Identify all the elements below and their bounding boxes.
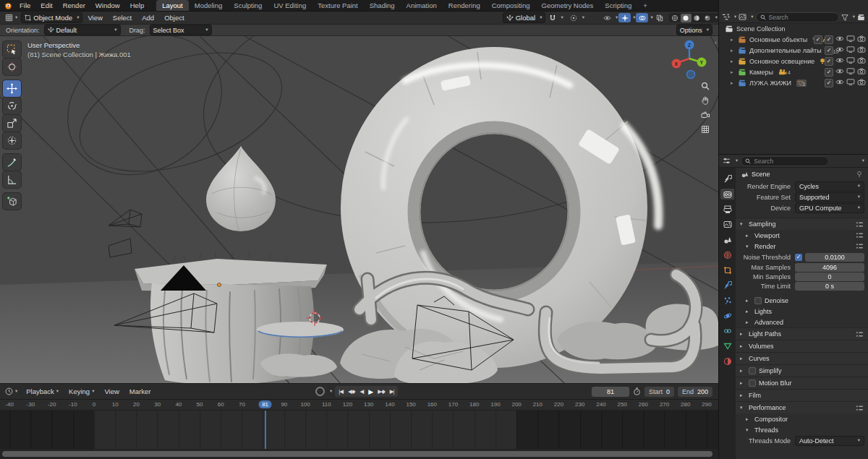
panel-performance[interactable]: ▾Performance (736, 401, 868, 413)
expand-arrow-icon[interactable]: ▸ (731, 48, 738, 53)
ruler-tick[interactable]: 30 (154, 401, 161, 408)
time-limit-field[interactable]: 0 s (795, 282, 864, 291)
jump-to-end-button[interactable]: ▶| (388, 388, 396, 395)
ruler-tick[interactable]: 100 (300, 401, 310, 408)
ruler-tick[interactable]: 50 (197, 401, 203, 408)
menu-render[interactable]: Render (58, 0, 90, 11)
tab-modifiers[interactable] (720, 280, 734, 291)
motion-blur-checkbox[interactable] (749, 379, 756, 387)
ruler-tick[interactable]: -10 (69, 401, 77, 408)
panel-compositor[interactable]: ▸Compositor (736, 413, 868, 424)
outliner-type-chevron[interactable]: ▾ (734, 14, 736, 20)
play-button[interactable]: ▶ (366, 388, 375, 395)
display-mode-chevron[interactable]: ▾ (751, 14, 753, 20)
ruler-tick[interactable]: 140 (385, 401, 394, 408)
tool-rotate[interactable] (3, 98, 21, 114)
properties-type-chevron[interactable]: ▾ (736, 158, 738, 163)
blender-logo-icon[interactable] (4, 1, 12, 9)
panel-volumes[interactable]: ▸Volumes (736, 340, 868, 352)
show-overlays-toggle[interactable] (636, 13, 648, 22)
snap-toggle[interactable] (546, 13, 558, 22)
exclude-checkbox[interactable]: ✓ (814, 35, 822, 44)
ruler-tick[interactable]: 20 (133, 401, 140, 408)
shading-wireframe-button[interactable] (670, 14, 681, 22)
min-samples-field[interactable]: 0 (795, 273, 864, 281)
ruler-tick[interactable]: 130 (364, 401, 373, 408)
preset-icon[interactable] (856, 232, 864, 239)
shading-solid-button[interactable] (681, 14, 692, 22)
playhead[interactable] (265, 411, 266, 449)
tool-measure[interactable] (3, 171, 21, 188)
preset-icon[interactable] (856, 243, 864, 249)
hide-eye-icon[interactable] (835, 57, 844, 65)
menu-marker[interactable]: Marker (124, 387, 156, 395)
viewport-disable-icon[interactable] (846, 68, 855, 76)
timeline-track[interactable] (0, 411, 718, 449)
tab-modeling[interactable]: Modeling (189, 0, 229, 11)
selectable-checkbox[interactable]: ✓ (825, 46, 833, 55)
ruler-tick[interactable]: 40 (175, 401, 182, 408)
filter-chevron[interactable]: ▾ (853, 14, 855, 20)
options-button[interactable]: Options ▾ (676, 25, 712, 35)
tab-constraints[interactable] (720, 325, 734, 336)
menu-edit[interactable]: Edit (35, 0, 57, 11)
ruler-tick[interactable]: 220 (554, 401, 563, 408)
panel-sampling[interactable]: ▾Sampling (736, 218, 868, 230)
tab-world[interactable] (720, 249, 734, 260)
menu-add[interactable]: Add (137, 14, 159, 22)
preset-icon[interactable] (856, 221, 864, 228)
auto-keying-chevron[interactable]: ▾ (330, 389, 332, 394)
ruler-tick[interactable]: 150 (406, 401, 415, 408)
menu-view-timeline[interactable]: View (99, 387, 124, 395)
hide-eye-icon[interactable] (835, 35, 844, 43)
outliner-row-scene-collection[interactable]: Scene Collection (719, 23, 868, 34)
timeline-editor-type-button[interactable]: ▾ (2, 387, 20, 396)
viewport-disable-icon[interactable] (846, 46, 855, 54)
ruler-tick[interactable]: 280 (681, 401, 690, 408)
panel-threads[interactable]: ▾Threads (736, 424, 868, 435)
show-gizmo-toggle[interactable] (618, 13, 631, 22)
ruler-tick[interactable]: 90 (281, 401, 287, 408)
tab-scene[interactable] (720, 234, 734, 245)
ruler-tick[interactable]: -20 (48, 401, 56, 408)
transform-orientation-dropdown[interactable]: Global ▾ (503, 12, 546, 23)
pin-icon[interactable] (856, 171, 863, 178)
panel-lights[interactable]: ▸Lights (736, 306, 868, 317)
tab-shading[interactable]: Shading (364, 0, 401, 11)
tab-scripting[interactable]: Scripting (599, 0, 637, 11)
properties-options-chevron[interactable]: ▾ (862, 158, 864, 163)
menu-playback[interactable]: Playback▾ (21, 387, 64, 395)
ruler-tick[interactable]: 290 (702, 401, 711, 408)
ruler-tick[interactable]: 200 (511, 401, 521, 408)
viewport-3d[interactable]: User Perspective (81) Scene Collection |… (0, 36, 718, 383)
snap-settings-chevron[interactable]: ▾ (561, 15, 563, 20)
ruler-tick[interactable]: 210 (533, 401, 542, 408)
drag-dropdown[interactable]: Select Box ▾ (150, 25, 212, 35)
outliner-display-mode-button[interactable] (739, 14, 746, 20)
tab-compositing[interactable]: Compositing (486, 0, 536, 11)
sidebar-toggle-arrow[interactable]: ‹ (715, 39, 717, 46)
frame-end-field[interactable]: End 200 (678, 387, 712, 397)
tab-texture-paint[interactable]: Texture Paint (312, 0, 363, 11)
selectable-checkbox[interactable]: ✓ (825, 79, 833, 87)
panel-advanced[interactable]: ▸Advanced (736, 317, 868, 327)
ruler-tick[interactable]: 160 (427, 401, 437, 408)
hide-eye-icon[interactable] (835, 79, 844, 87)
tab-tool[interactable] (720, 173, 734, 184)
viewport-disable-icon[interactable] (846, 35, 855, 43)
simplify-checkbox[interactable] (749, 367, 756, 374)
play-reverse-button[interactable]: ◀ (358, 388, 366, 395)
ruler-tick[interactable]: 0 (93, 401, 95, 408)
panel-motion-blur[interactable]: ▸Motion Blur (736, 377, 868, 389)
ruler-tick[interactable]: 10 (112, 401, 119, 408)
ortho-toggle-button[interactable] (698, 123, 712, 136)
tool-select-box[interactable] (3, 41, 21, 58)
expand-arrow-icon[interactable]: ▸ (731, 80, 738, 86)
tool-transform[interactable] (3, 132, 21, 149)
navigation-gizmo[interactable]: Z X Y (666, 38, 712, 81)
panel-sampling-viewport[interactable]: ▸Viewport (736, 230, 868, 241)
frame-start-field[interactable]: Start 0 (644, 387, 674, 397)
add-workspace-button[interactable]: + (637, 0, 653, 11)
tab-uv-editing[interactable]: UV Editing (268, 0, 312, 11)
selectable-checkbox[interactable]: ✓ (825, 57, 833, 66)
